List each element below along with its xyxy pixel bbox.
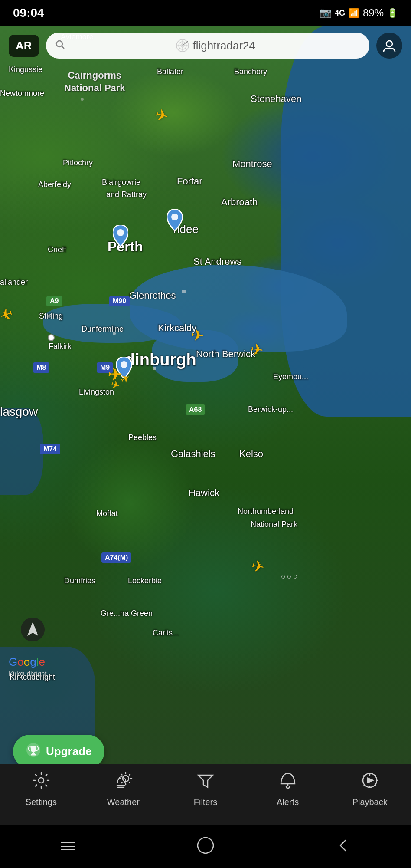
filters-icon [196,771,215,794]
svg-point-0 [117,229,124,236]
google-logo: Google Kirkcudbright [9,655,47,677]
recent-apps-button[interactable] [60,838,76,854]
bottom-navigation: Settings Weather Filters [0,764,411,825]
filters-label: Filters [194,797,217,807]
fr24-logo-icon [176,39,189,53]
small-dot-3 [113,332,116,335]
notification-icon: 📷 [320,7,331,19]
road-m74: M74 [40,444,60,454]
battery-icon: 🔋 [387,8,398,18]
svg-point-25 [198,838,213,853]
svg-point-16 [39,778,44,783]
label-cairngorms: CairngormsNational Park [64,69,125,94]
road-a9: A9 [46,296,62,306]
system-navigation-bar [0,825,411,868]
navigation-arrow-button[interactable] [21,618,45,647]
airplane-east: ✈ [250,341,265,358]
svg-line-6 [62,46,64,49]
dundee-pin [167,209,183,233]
nav-alerts[interactable]: Alerts [247,771,329,807]
signal-bars: 📶 [349,8,359,18]
road-a68: A68 [186,404,205,415]
status-time: 09:04 [13,6,44,20]
svg-rect-14 [32,753,35,754]
search-icon [55,39,65,52]
alerts-label: Alerts [277,797,299,807]
upgrade-icon [26,743,41,760]
user-icon [382,39,396,53]
settings-label: Settings [26,797,57,807]
header-bar: AR flightradar24 [0,26,411,65]
road-m90: M90 [109,296,130,306]
small-dot-x1 [81,98,84,101]
svg-rect-15 [31,754,36,756]
weather-label: Weather [107,797,140,807]
small-dot-x2 [7,410,10,414]
road-m8: M8 [33,362,49,373]
upgrade-label: Upgrade [46,745,91,758]
battery-percent: 89% [363,7,384,19]
svg-point-5 [56,41,62,47]
back-button[interactable] [335,838,351,855]
alerts-icon [278,771,297,794]
airplane-kirkcaldy: ✈ [190,327,204,344]
home-button[interactable] [197,837,214,856]
plane-dots: ○○○ [281,572,299,581]
svg-point-1 [171,214,178,220]
perth-pin [113,225,128,248]
playback-icon [360,771,379,794]
trophy-icon [26,743,41,757]
playback-label: Playback [352,797,388,807]
weather-icon [114,771,133,794]
small-dot-2 [153,367,156,370]
search-logo: flightradar24 [70,39,361,53]
road-a74m: A74(M) [101,552,131,563]
search-bar[interactable]: flightradar24 [46,33,369,59]
nav-settings[interactable]: Settings [0,771,82,807]
clyde-estuary [0,408,43,495]
search-text: flightradar24 [193,39,256,53]
small-dot-stirling [48,315,51,318]
nav-filters[interactable]: Filters [164,771,247,807]
user-button[interactable] [376,33,402,59]
north-sea-water [281,26,411,417]
nav-weather[interactable]: Weather [82,771,165,807]
upgrade-button[interactable]: Upgrade [13,735,104,768]
signal-icon: 4G [335,9,345,18]
status-right: 📷 4G 📶 89% 🔋 [320,7,398,19]
airplane-south: ✈ [250,558,266,576]
my-location-dot [48,334,55,341]
google-sub: Kirkcudbright [9,670,47,677]
nav-playback[interactable]: Playback [329,771,411,807]
map-container[interactable]: Aviemore Kingussie CairngormsNational Pa… [0,26,411,781]
status-bar: 09:04 📷 4G 📶 89% 🔋 [0,0,411,26]
settings-icon [32,771,51,794]
ar-button[interactable]: AR [9,35,39,57]
svg-point-12 [386,41,392,47]
small-dot-1 [182,290,186,293]
